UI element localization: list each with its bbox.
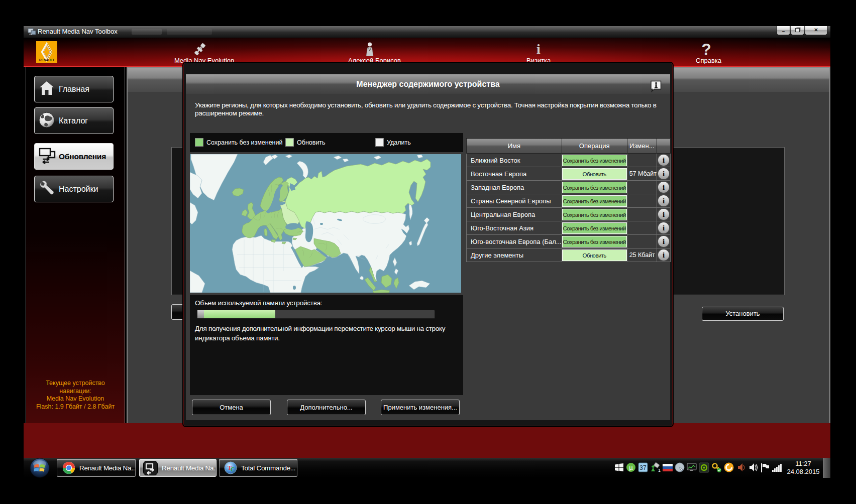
svg-text:µ: µ: [629, 464, 633, 471]
svg-text:1: 1: [658, 468, 661, 473]
svg-text:C: C: [231, 466, 235, 473]
svg-text:37: 37: [639, 464, 647, 471]
svg-text:RENAULT: RENAULT: [39, 58, 55, 62]
